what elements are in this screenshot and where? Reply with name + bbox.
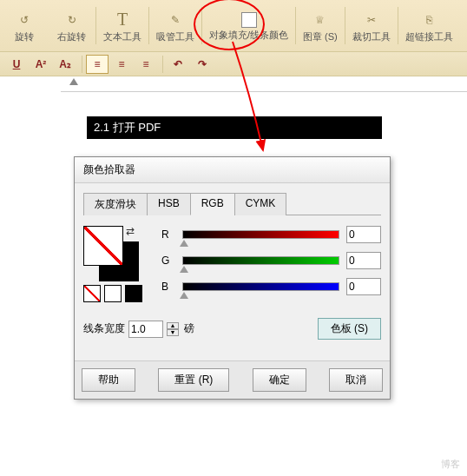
rotate-left-button[interactable]: ↺旋转 bbox=[0, 3, 48, 48]
color-picker-dialog: 颜色拾取器 灰度滑块 HSB RGB CYMK ⇄ R G bbox=[74, 156, 391, 400]
separator bbox=[82, 56, 82, 73]
align-center-button[interactable]: ≡ bbox=[110, 55, 133, 74]
rotate-right-icon: ↻ bbox=[62, 10, 82, 30]
line-width-label: 线条宽度 bbox=[83, 321, 125, 336]
line-width-spinner[interactable]: ▲▼ bbox=[167, 322, 179, 336]
align-left-button[interactable]: ≡ bbox=[86, 55, 109, 74]
format-toolbar: U A² A₂ ≡ ≡ ≡ ↶ ↷ bbox=[0, 52, 467, 76]
undo-button[interactable]: ↶ bbox=[167, 55, 189, 74]
link-icon: ⎘ bbox=[419, 10, 438, 30]
fill-color-icon bbox=[241, 12, 257, 28]
cancel-button[interactable]: 取消 bbox=[329, 368, 383, 392]
watermark: 博客 bbox=[441, 458, 460, 471]
stamp-icon: ♕ bbox=[311, 10, 330, 30]
hyperlink-button[interactable]: ⎘超链接工具 bbox=[398, 3, 460, 48]
separator bbox=[162, 56, 163, 73]
spin-up-icon[interactable]: ▲ bbox=[167, 322, 179, 329]
text-tool-button[interactable]: T文本工具 bbox=[96, 3, 148, 48]
underline-button[interactable]: U bbox=[5, 55, 28, 74]
superscript-button[interactable]: A² bbox=[30, 55, 52, 74]
redo-button[interactable]: ↷ bbox=[191, 55, 214, 74]
palette-button[interactable]: 色板 (S) bbox=[318, 318, 381, 340]
reset-button[interactable]: 重置 (R) bbox=[158, 368, 229, 392]
swatch-area: ⇄ bbox=[83, 226, 153, 304]
align-right-button[interactable]: ≡ bbox=[135, 55, 157, 74]
swap-icon[interactable]: ⇄ bbox=[126, 225, 135, 237]
eyedropper-icon: ✎ bbox=[166, 10, 185, 30]
tab-hsb[interactable]: HSB bbox=[147, 193, 191, 215]
fill-stroke-color-button[interactable]: 对象填充/线条颜色 bbox=[202, 3, 295, 48]
white-swatch[interactable] bbox=[104, 285, 122, 302]
line-width-unit: 磅 bbox=[184, 321, 194, 336]
tab-cmyk[interactable]: CYMK bbox=[234, 193, 287, 215]
stamp-button[interactable]: ♕图章 (S) bbox=[296, 3, 345, 48]
tab-rgb[interactable]: RGB bbox=[190, 193, 235, 215]
rgb-sliders: R G B bbox=[153, 226, 381, 304]
black-swatch[interactable] bbox=[125, 285, 142, 302]
none-swatch[interactable] bbox=[83, 285, 101, 302]
rotate-right-button[interactable]: ↻右旋转 bbox=[48, 3, 95, 48]
ruler bbox=[61, 76, 467, 92]
b-label: B bbox=[161, 281, 175, 293]
crop-button[interactable]: ✂裁切工具 bbox=[345, 3, 398, 48]
text-icon: T bbox=[113, 10, 132, 30]
b-slider[interactable] bbox=[182, 282, 339, 291]
r-label: R bbox=[161, 228, 175, 241]
b-input[interactable] bbox=[346, 278, 381, 295]
fill-swatch[interactable]: ⇄ bbox=[83, 226, 123, 266]
r-input[interactable] bbox=[346, 226, 381, 243]
rotate-left-icon: ↺ bbox=[15, 10, 34, 30]
subscript-button[interactable]: A₂ bbox=[54, 55, 76, 74]
r-slider[interactable] bbox=[182, 230, 339, 239]
main-toolbar: ↺旋转 ↻右旋转 T文本工具 ✎吸管工具 对象填充/线条颜色 ♕图章 (S) ✂… bbox=[0, 0, 467, 52]
line-width-input[interactable] bbox=[128, 321, 163, 338]
g-label: G bbox=[161, 255, 175, 267]
ok-button[interactable]: 确定 bbox=[253, 368, 306, 392]
g-input[interactable] bbox=[346, 252, 381, 269]
spin-down-icon[interactable]: ▼ bbox=[167, 329, 179, 336]
doc-heading: 2.1 打开 PDF bbox=[87, 116, 382, 139]
help-button[interactable]: 帮助 bbox=[82, 368, 135, 392]
tab-grayscale[interactable]: 灰度滑块 bbox=[83, 193, 148, 215]
color-mode-tabs: 灰度滑块 HSB RGB CYMK bbox=[83, 192, 381, 215]
dialog-title: 颜色拾取器 bbox=[75, 157, 390, 183]
crop-icon: ✂ bbox=[362, 10, 381, 30]
g-slider[interactable] bbox=[182, 256, 339, 265]
eyedropper-button[interactable]: ✎吸管工具 bbox=[149, 3, 201, 48]
